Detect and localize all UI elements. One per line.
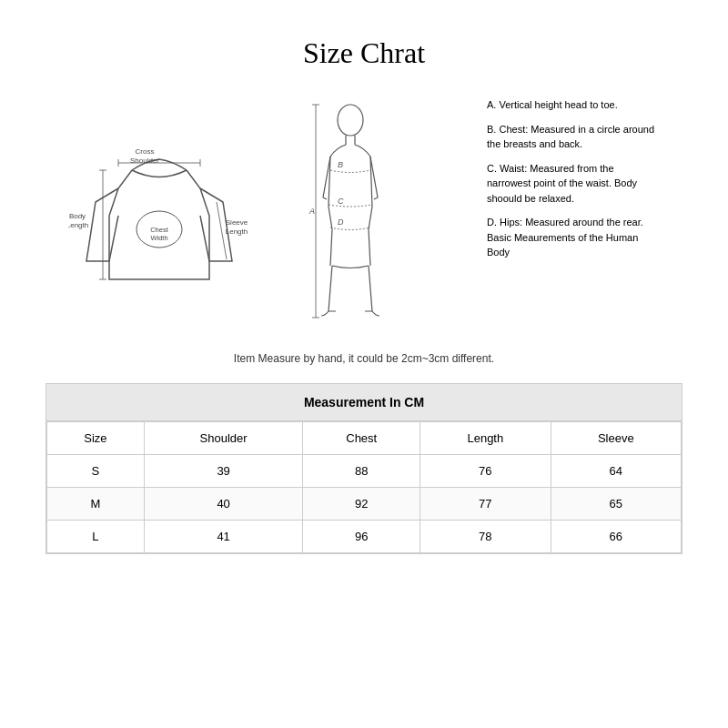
- table-cell: 88: [303, 455, 420, 488]
- table-cell: 96: [303, 521, 420, 553]
- size-table: Size Shoulder Chest Length Sleeve S39887…: [46, 421, 682, 553]
- table-cell: 78: [420, 521, 551, 553]
- table-cell: 66: [551, 521, 681, 553]
- table-row: S39887664: [47, 455, 682, 488]
- svg-text:Sleeve: Sleeve: [226, 218, 248, 227]
- svg-text:Length: Length: [226, 228, 248, 236]
- svg-text:A: A: [308, 207, 315, 216]
- table-cell: M: [47, 488, 145, 521]
- svg-text:Shoulder: Shoulder: [130, 157, 159, 165]
- size-table-wrapper: Measurement In CM Size Shoulder Chest Le…: [46, 383, 682, 554]
- svg-point-16: [338, 105, 363, 136]
- table-cell: 40: [144, 488, 302, 521]
- measurements-text: A. Vertical height head to toe. B. Chest…: [487, 97, 660, 269]
- table-cell: S: [47, 455, 145, 488]
- svg-text:Width: Width: [150, 234, 167, 242]
- page-container: Size Chrat Cross: [0, 0, 728, 572]
- label-b: B. Chest: Measured in a circle around th…: [487, 122, 660, 152]
- svg-text:D: D: [338, 217, 344, 227]
- clothing-diagram: Cross Shoulder Body Length Chest Width S…: [68, 97, 268, 334]
- table-cell: 92: [303, 488, 420, 521]
- note-text: Item Measure by hand, it could be 2cm~3c…: [36, 352, 692, 365]
- table-cell: 41: [144, 521, 302, 553]
- col-length: Length: [420, 422, 551, 455]
- svg-text:Body: Body: [69, 212, 86, 220]
- table-cell: 64: [551, 455, 681, 488]
- table-row: L41967866: [47, 521, 682, 553]
- diagram-section: Cross Shoulder Body Length Chest Width S…: [36, 97, 692, 334]
- col-size: Size: [47, 422, 145, 455]
- svg-text:B: B: [338, 160, 343, 169]
- col-chest: Chest: [303, 422, 420, 455]
- svg-text:Cross: Cross: [136, 147, 155, 156]
- table-cell: 65: [551, 488, 681, 521]
- table-title: Measurement In CM: [46, 384, 682, 421]
- label-a: A. Vertical height head to toe.: [487, 97, 660, 113]
- svg-text:C: C: [338, 197, 344, 206]
- col-shoulder: Shoulder: [144, 422, 302, 455]
- label-c: C. Waist: Measured from the narrowest po…: [487, 161, 660, 207]
- svg-text:Chest: Chest: [150, 226, 169, 234]
- col-sleeve: Sleeve: [551, 422, 681, 455]
- body-diagram: B C D A: [296, 97, 460, 334]
- table-cell: 76: [420, 455, 551, 488]
- table-row: M40927765: [47, 488, 682, 521]
- label-d: D. Hips: Measured around the rear. Basic…: [487, 215, 660, 260]
- table-cell: L: [47, 521, 145, 553]
- page-title: Size Chrat: [36, 36, 692, 70]
- table-cell: 77: [420, 488, 551, 521]
- svg-text:Length: Length: [68, 221, 88, 229]
- table-header-row: Size Shoulder Chest Length Sleeve: [47, 422, 682, 455]
- table-cell: 39: [144, 455, 302, 488]
